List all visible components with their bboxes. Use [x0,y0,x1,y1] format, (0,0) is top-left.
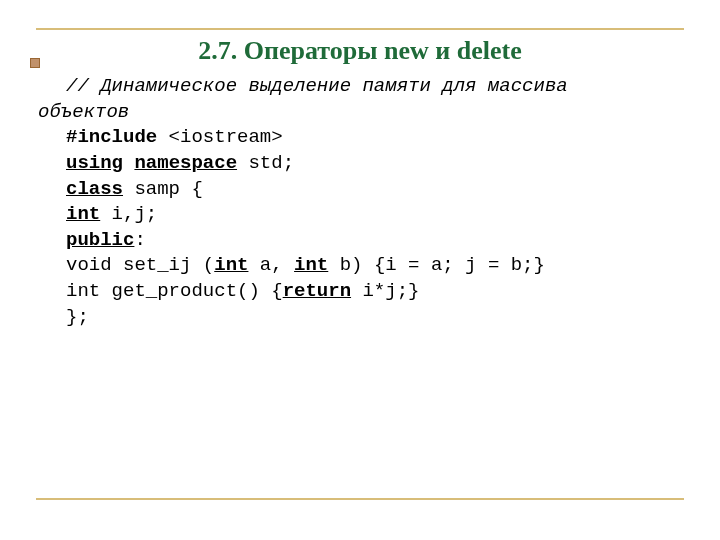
code-text: i,j; [100,203,157,225]
code-text: }; [66,306,89,328]
code-text: i*j;} [351,280,419,302]
keyword-return: return [283,280,351,302]
rule-bottom [36,498,684,500]
keyword-public: public [66,229,134,251]
code-line: void set_ij (int a, int b) {i = a; j = b… [38,253,684,279]
code-text: int get_product() { [66,280,283,302]
keyword-int: int [214,254,248,276]
keyword-include: #include [66,126,157,148]
keyword-int: int [294,254,328,276]
keyword-class: class [66,178,123,200]
code-line: using namespace std; [38,151,684,177]
code-line: }; [38,305,684,331]
code-line: class samp { [38,177,684,203]
code-text [123,152,134,174]
code-text: a, [248,254,294,276]
code-block: // Динамическое выделение памяти для мас… [36,72,684,330]
code-comment: // Динамическое выделение памяти для мас… [38,75,568,97]
code-line: int i,j; [38,202,684,228]
code-text: samp { [123,178,203,200]
code-line: public: [38,228,684,254]
slide-title: 2.7. Операторы new и delete [36,30,684,66]
rule-top [36,28,684,30]
code-line: #include <iostream> [38,125,684,151]
code-comment-cont: объектов [38,100,684,126]
title-bullet-icon [30,58,40,68]
code-text: <iostream> [157,126,282,148]
keyword-using: using [66,152,123,174]
keyword-int: int [66,203,100,225]
code-text: b) {i = a; j = b;} [328,254,545,276]
slide: 2.7. Операторы new и delete // Динамичес… [0,0,720,540]
code-line: int get_product() {return i*j;} [38,279,684,305]
code-text: : [134,229,145,251]
keyword-namespace: namespace [134,152,237,174]
code-text: void set_ij ( [66,254,214,276]
code-text: std; [237,152,294,174]
